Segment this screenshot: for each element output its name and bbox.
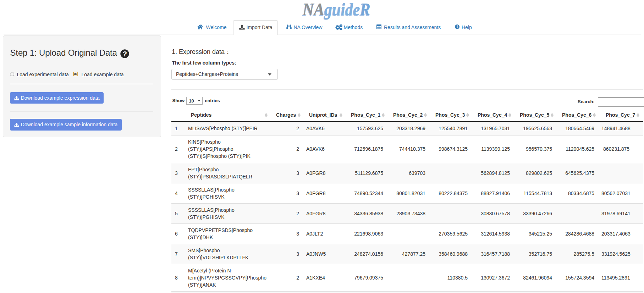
svg-text:?: ? (122, 50, 127, 58)
svg-text:NAguideR: NAguideR (302, 1, 370, 19)
